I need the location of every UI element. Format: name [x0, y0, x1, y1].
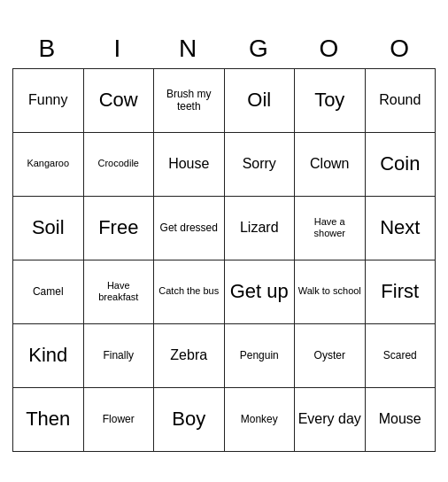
cell-text-20: Catch the bus — [158, 285, 219, 297]
bingo-cell-12: Soil — [13, 197, 84, 260]
bingo-cell-30: Then — [13, 388, 84, 452]
bingo-cell-7: Crocodile — [84, 133, 155, 197]
bingo-cell-18: Camel — [13, 260, 84, 324]
cell-text-2: Brush my teeth — [157, 88, 221, 113]
cell-text-17: Next — [380, 216, 420, 239]
bingo-cell-0: Funny — [13, 69, 84, 133]
cell-text-14: Get dressed — [160, 222, 218, 234]
bingo-cell-20: Catch the bus — [154, 260, 225, 324]
header-letter-b-0: B — [12, 31, 83, 68]
cell-text-32: Boy — [172, 408, 205, 431]
cell-text-30: Then — [26, 408, 70, 431]
bingo-cell-26: Zebra — [154, 324, 225, 388]
bingo-cell-25: Finally — [84, 324, 155, 388]
bingo-cell-4: Toy — [295, 69, 366, 133]
cell-text-10: Clown — [310, 155, 349, 172]
bingo-cell-15: Lizard — [225, 197, 296, 260]
cell-text-22: Walk to school — [298, 285, 361, 297]
cell-text-13: Free — [98, 216, 138, 239]
cell-text-16: Have a shower — [297, 216, 362, 239]
cell-text-6: Kangaroo — [27, 158, 69, 169]
header-letter-o-5: O — [365, 31, 436, 68]
cell-text-11: Coin — [380, 152, 420, 175]
bingo-cell-23: First — [366, 260, 436, 324]
bingo-cell-28: Oyster — [295, 324, 366, 388]
cell-text-9: Sorry — [243, 155, 276, 172]
bingo-cell-1: Cow — [84, 69, 155, 133]
cell-text-29: Scared — [383, 349, 417, 362]
bingo-cell-31: Flower — [84, 388, 155, 452]
bingo-cell-2: Brush my teeth — [154, 69, 225, 133]
cell-text-31: Flower — [103, 413, 135, 425]
bingo-cell-11: Coin — [366, 133, 436, 197]
bingo-cell-34: Every day — [295, 388, 366, 452]
bingo-cell-19: Have breakfast — [84, 260, 155, 324]
cell-text-7: Crocodile — [98, 158, 139, 169]
cell-text-18: Camel — [33, 285, 64, 298]
cell-text-3: Oil — [247, 89, 271, 112]
cell-text-27: Penguin — [240, 349, 279, 362]
bingo-cell-17: Next — [366, 197, 436, 260]
cell-text-23: First — [381, 280, 419, 303]
cell-text-28: Oyster — [314, 349, 345, 362]
bingo-card: BINGOO FunnyCowBrush my teethOilToyRound… — [7, 26, 441, 457]
cell-text-15: Lizard — [240, 219, 279, 236]
bingo-cell-5: Round — [366, 69, 436, 133]
bingo-cell-3: Oil — [225, 69, 296, 133]
cell-text-25: Finally — [103, 349, 134, 362]
bingo-cell-16: Have a shower — [295, 197, 366, 260]
cell-text-19: Have breakfast — [87, 280, 151, 303]
bingo-cell-35: Mouse — [366, 388, 436, 452]
cell-text-21: Get up — [230, 280, 289, 303]
cell-text-5: Round — [379, 91, 421, 108]
bingo-cell-8: House — [154, 133, 225, 197]
cell-text-35: Mouse — [379, 410, 421, 427]
cell-text-24: Kind — [28, 344, 67, 367]
bingo-grid: FunnyCowBrush my teethOilToyRoundKangaro… — [12, 68, 436, 452]
cell-text-33: Monkey — [241, 413, 278, 425]
bingo-cell-22: Walk to school — [295, 260, 366, 324]
bingo-cell-13: Free — [84, 197, 155, 260]
header-letter-n-2: N — [153, 31, 224, 68]
cell-text-8: House — [168, 155, 209, 172]
header-letter-o-4: O — [295, 31, 366, 68]
header-letter-g-3: G — [224, 31, 295, 68]
bingo-cell-6: Kangaroo — [13, 133, 84, 197]
cell-text-4: Toy — [314, 89, 344, 112]
bingo-cell-9: Sorry — [225, 133, 296, 197]
cell-text-34: Every day — [298, 410, 361, 427]
bingo-cell-24: Kind — [13, 324, 84, 388]
bingo-cell-32: Boy — [154, 388, 225, 452]
bingo-header: BINGOO — [12, 31, 436, 68]
cell-text-26: Zebra — [170, 346, 207, 363]
bingo-cell-10: Clown — [295, 133, 366, 197]
bingo-cell-14: Get dressed — [154, 197, 225, 260]
bingo-cell-27: Penguin — [225, 324, 296, 388]
cell-text-0: Funny — [28, 91, 67, 108]
cell-text-1: Cow — [99, 89, 138, 112]
bingo-cell-29: Scared — [366, 324, 436, 388]
cell-text-12: Soil — [32, 216, 65, 239]
bingo-cell-33: Monkey — [225, 388, 296, 452]
bingo-cell-21: Get up — [225, 260, 296, 324]
header-letter-i-1: I — [83, 31, 154, 68]
